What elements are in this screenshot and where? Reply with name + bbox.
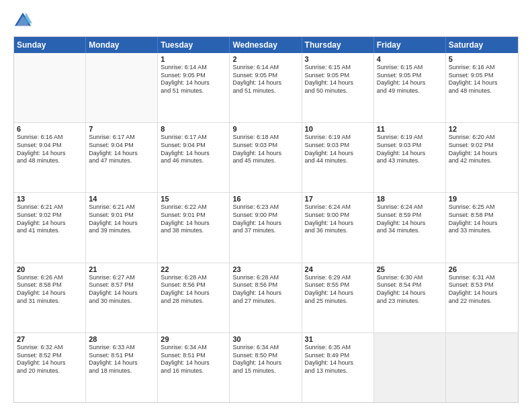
day-number: 1 (161, 55, 226, 63)
cell-info-line: Sunset: 8:57 PM (89, 281, 154, 289)
cell-info-line: Sunset: 9:01 PM (161, 212, 226, 220)
cell-info-line: Sunset: 9:03 PM (305, 142, 371, 150)
day-number: 31 (305, 335, 371, 343)
cell-info-line: and 22 minutes. (449, 298, 515, 306)
cell-info-line: and 42 minutes. (449, 157, 515, 165)
day-cell-17: 17Sunrise: 6:24 AMSunset: 9:00 PMDayligh… (302, 193, 374, 262)
cell-info-line: Sunset: 9:01 PM (89, 212, 154, 220)
weekday-header-monday: Monday (86, 37, 158, 53)
cell-info-line: Sunset: 9:00 PM (305, 212, 371, 220)
day-number: 29 (161, 335, 226, 343)
day-number: 16 (232, 195, 298, 203)
logo (13, 11, 35, 30)
cell-info-line: Daylight: 14 hours (377, 150, 443, 158)
day-number: 8 (161, 125, 226, 133)
day-cell-27: 27Sunrise: 6:32 AMSunset: 8:52 PMDayligh… (14, 333, 86, 402)
cell-info-line: Sunset: 9:00 PM (232, 212, 298, 220)
day-number: 15 (161, 195, 226, 203)
weekday-header-tuesday: Tuesday (158, 37, 230, 53)
cell-info-line: Daylight: 14 hours (305, 220, 371, 228)
cell-info-line: Sunrise: 6:16 AM (17, 134, 83, 142)
cell-info-line: Sunrise: 6:24 AM (305, 203, 371, 212)
cell-info-line: Sunset: 9:04 PM (89, 142, 154, 150)
cell-info-line: Sunrise: 6:15 AM (305, 64, 371, 72)
cell-info-line: and 48 minutes. (449, 87, 515, 95)
day-cell-18: 18Sunrise: 6:24 AMSunset: 8:59 PMDayligh… (374, 193, 446, 262)
day-cell-2: 2Sunrise: 6:14 AMSunset: 9:05 PMDaylight… (230, 53, 302, 122)
cell-info-line: Daylight: 14 hours (17, 289, 83, 298)
cell-info-line: Sunset: 9:05 PM (305, 72, 371, 80)
cell-info-line: and 30 minutes. (89, 298, 154, 306)
calendar: SundayMondayTuesdayWednesdayThursdayFrid… (13, 36, 519, 403)
cell-info-line: Sunrise: 6:24 AM (377, 203, 443, 212)
cell-info-line: Sunrise: 6:25 AM (449, 203, 515, 212)
cell-info-line: Sunset: 9:03 PM (377, 142, 443, 150)
cell-info-line: Daylight: 14 hours (449, 79, 515, 87)
day-cell-25: 25Sunrise: 6:30 AMSunset: 8:54 PMDayligh… (374, 263, 446, 332)
cell-info-line: and 23 minutes. (377, 298, 443, 306)
weekday-header-thursday: Thursday (302, 37, 374, 53)
cell-info-line: Sunset: 8:51 PM (161, 352, 226, 360)
cell-info-line: Daylight: 14 hours (17, 150, 83, 158)
day-cell-5: 5Sunrise: 6:16 AMSunset: 9:05 PMDaylight… (446, 53, 518, 122)
day-cell-19: 19Sunrise: 6:25 AMSunset: 8:58 PMDayligh… (446, 193, 518, 262)
day-number: 21 (89, 265, 154, 273)
cell-info-line: Daylight: 14 hours (232, 359, 298, 367)
cell-info-line: Sunrise: 6:22 AM (161, 203, 226, 212)
day-cell-14: 14Sunrise: 6:21 AMSunset: 9:01 PMDayligh… (86, 193, 158, 262)
day-cell-21: 21Sunrise: 6:27 AMSunset: 8:57 PMDayligh… (86, 263, 158, 332)
cell-info-line: Sunrise: 6:34 AM (161, 344, 226, 352)
cell-info-line: and 34 minutes. (377, 227, 443, 235)
day-number: 12 (449, 125, 515, 133)
cell-info-line: Sunset: 9:02 PM (17, 212, 83, 220)
cell-info-line: Sunrise: 6:15 AM (377, 64, 443, 72)
cell-info-line: Sunrise: 6:19 AM (305, 134, 371, 142)
cell-info-line: and 41 minutes. (17, 227, 83, 235)
day-number: 27 (17, 335, 83, 343)
weekday-header-wednesday: Wednesday (230, 37, 302, 53)
cell-info-line: Daylight: 14 hours (377, 289, 443, 298)
day-cell-4: 4Sunrise: 6:15 AMSunset: 9:05 PMDaylight… (374, 53, 446, 122)
cell-info-line: Daylight: 14 hours (89, 220, 154, 228)
cell-info-line: and 28 minutes. (161, 298, 226, 306)
cell-info-line: Daylight: 14 hours (449, 289, 515, 298)
cell-info-line: Sunset: 8:55 PM (305, 281, 371, 289)
cell-info-line: and 43 minutes. (377, 157, 443, 165)
cell-info-line: and 31 minutes. (17, 298, 83, 306)
day-cell-8: 8Sunrise: 6:17 AMSunset: 9:04 PMDaylight… (158, 123, 230, 192)
cell-info-line: Sunset: 9:02 PM (449, 142, 515, 150)
cell-info-line: Sunrise: 6:35 AM (305, 344, 371, 352)
calendar-body: 1Sunrise: 6:14 AMSunset: 9:05 PMDaylight… (14, 53, 518, 402)
day-number: 5 (449, 55, 515, 63)
cell-info-line: Sunrise: 6:16 AM (449, 64, 515, 72)
day-number: 10 (305, 125, 371, 133)
cell-info-line: Daylight: 14 hours (89, 289, 154, 298)
day-number: 28 (89, 335, 154, 343)
cell-info-line: Sunrise: 6:26 AM (17, 274, 83, 282)
cell-info-line: and 18 minutes. (89, 367, 154, 375)
cell-info-line: and 44 minutes. (305, 157, 371, 165)
day-number: 22 (161, 265, 226, 273)
cell-info-line: and 36 minutes. (305, 227, 371, 235)
cell-info-line: Daylight: 14 hours (232, 150, 298, 158)
cell-info-line: Sunrise: 6:17 AM (89, 134, 154, 142)
calendar-row-2: 13Sunrise: 6:21 AMSunset: 9:02 PMDayligh… (14, 192, 518, 262)
cell-info-line: Daylight: 14 hours (449, 220, 515, 228)
empty-cell-4-6 (446, 333, 518, 402)
cell-info-line: Sunrise: 6:23 AM (232, 203, 298, 212)
day-cell-15: 15Sunrise: 6:22 AMSunset: 9:01 PMDayligh… (158, 193, 230, 262)
day-number: 20 (17, 265, 83, 273)
cell-info-line: Sunrise: 6:29 AM (305, 274, 371, 282)
empty-cell-0-0 (14, 53, 86, 122)
day-cell-1: 1Sunrise: 6:14 AMSunset: 9:05 PMDaylight… (158, 53, 230, 122)
cell-info-line: Daylight: 14 hours (232, 289, 298, 298)
cell-info-line: Daylight: 14 hours (449, 150, 515, 158)
cell-info-line: and 39 minutes. (89, 227, 154, 235)
cell-info-line: Sunset: 8:54 PM (377, 281, 443, 289)
page: SundayMondayTuesdayWednesdayThursdayFrid… (0, 0, 532, 411)
cell-info-line: Daylight: 14 hours (232, 220, 298, 228)
weekday-header-sunday: Sunday (14, 37, 86, 53)
cell-info-line: Daylight: 14 hours (377, 220, 443, 228)
header (13, 11, 519, 30)
day-cell-24: 24Sunrise: 6:29 AMSunset: 8:55 PMDayligh… (302, 263, 374, 332)
